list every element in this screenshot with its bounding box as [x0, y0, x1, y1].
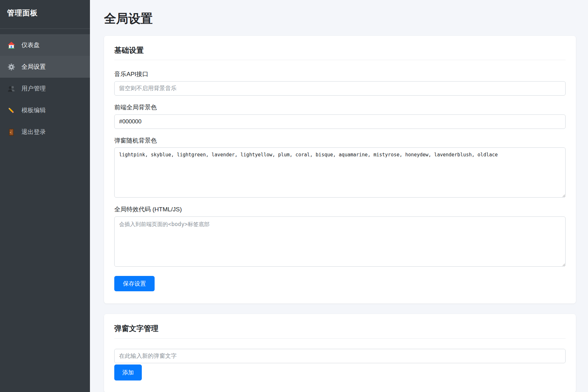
- sidebar-item-global-settings[interactable]: 全局设置: [0, 56, 90, 78]
- frontend-bg-color-label: 前端全局背景色: [114, 104, 566, 111]
- sidebar-item-template-edit[interactable]: 模板编辑: [0, 99, 90, 121]
- add-popup-text-button[interactable]: 添加: [114, 365, 142, 380]
- sidebar-item-label: 全局设置: [21, 63, 46, 71]
- house-icon: [7, 41, 15, 49]
- new-popup-text-input[interactable]: [114, 349, 566, 363]
- sidebar: 管理面板 仪表盘: [0, 0, 90, 392]
- global-effects-code-textarea[interactable]: [114, 216, 566, 267]
- card-divider: [114, 60, 566, 60]
- sidebar-item-logout[interactable]: 退出登录: [0, 121, 90, 143]
- popup-random-bg-colors-textarea[interactable]: lightpink, skyblue, lightgreen, lavender…: [114, 147, 566, 198]
- new-popup-text-field-group: 添加: [114, 349, 566, 380]
- global-effects-code-field-group: 全局特效代码 (HTML/JS): [114, 206, 566, 267]
- popup-text-card: 弹窗文字管理 添加: [104, 314, 576, 392]
- sidebar-item-label: 仪表盘: [21, 41, 40, 49]
- basic-settings-card: 基础设置 音乐API接口 前端全局背景色 弹窗随机背景色 lightpink, …: [104, 36, 576, 304]
- door-icon: [7, 128, 15, 136]
- music-api-field-group: 音乐API接口: [114, 70, 566, 96]
- main-content: 全局设置 基础设置 音乐API接口 前端全局背景色 弹窗随机背景色 lightp…: [90, 0, 588, 392]
- pencil-icon: [7, 106, 15, 114]
- sidebar-nav: 仪表盘 全局设置: [0, 29, 90, 143]
- card-divider: [114, 338, 566, 339]
- sidebar-item-label: 用户管理: [21, 84, 46, 93]
- music-api-label: 音乐API接口: [114, 70, 566, 78]
- global-effects-code-label: 全局特效代码 (HTML/JS): [114, 206, 566, 213]
- gear-icon: [7, 63, 15, 71]
- save-settings-button[interactable]: 保存设置: [114, 276, 155, 291]
- sidebar-item-label: 模板编辑: [21, 106, 46, 114]
- sidebar-item-user-management[interactable]: 用户管理: [0, 78, 90, 99]
- users-icon: [7, 84, 15, 93]
- sidebar-title: 管理面板: [0, 0, 90, 28]
- admin-panel-app: 管理面板 仪表盘: [0, 0, 588, 392]
- frontend-bg-color-field-group: 前端全局背景色: [114, 104, 566, 129]
- frontend-bg-color-input[interactable]: [114, 114, 566, 129]
- popup-text-card-title: 弹窗文字管理: [114, 324, 566, 333]
- sidebar-item-label: 退出登录: [21, 128, 46, 136]
- popup-random-bg-colors-field-group: 弹窗随机背景色 lightpink, skyblue, lightgreen, …: [114, 137, 566, 198]
- music-api-input[interactable]: [114, 81, 566, 96]
- basic-settings-card-title: 基础设置: [114, 46, 566, 55]
- sidebar-item-dashboard[interactable]: 仪表盘: [0, 34, 90, 56]
- page-title: 全局设置: [104, 12, 576, 26]
- popup-random-bg-colors-label: 弹窗随机背景色: [114, 137, 566, 145]
